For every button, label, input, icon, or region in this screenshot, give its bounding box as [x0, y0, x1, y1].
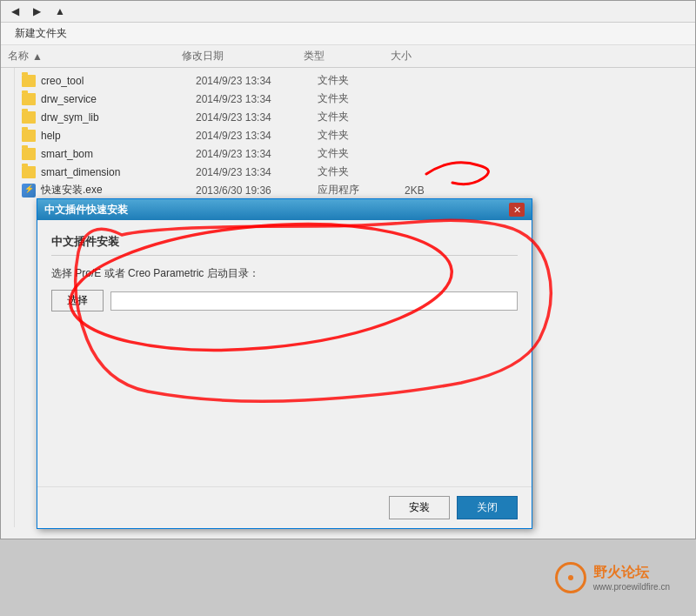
folder-icon [22, 75, 36, 87]
file-name: 快速安装.exe [41, 183, 103, 198]
branding: 野火论坛 www.proewildfire.cn [555, 562, 670, 593]
explorer-toolbar: ◀ ▶ ▲ [1, 1, 695, 23]
table-row[interactable]: drw_sym_lib 2014/9/23 13:34 文件夹 [15, 108, 695, 126]
bottom-bar: 野火论坛 www.proewildfire.cn [0, 539, 696, 616]
dialog-title: 中文插件快速安装 [44, 203, 128, 218]
new-folder-label: 新建文件夹 [15, 27, 67, 39]
file-type: 文件夹 [318, 164, 405, 179]
select-button[interactable]: 选择 [51, 290, 104, 311]
file-type: 文件夹 [318, 91, 405, 106]
file-date: 2013/6/30 19:36 [196, 184, 318, 197]
file-name: smart_bom [41, 148, 93, 160]
file-name-cell: help [22, 130, 196, 142]
file-date: 2014/9/23 13:34 [196, 166, 318, 178]
folder-icon [22, 111, 36, 124]
sort-indicator: ▲ [32, 50, 43, 63]
brand-logo [555, 562, 586, 593]
brand-text-block: 野火论坛 www.proewildfire.cn [593, 564, 670, 592]
file-name-cell: smart_dimension [22, 166, 196, 178]
col-size-label: 大小 [391, 49, 460, 64]
table-row[interactable]: smart_bom 2014/9/23 13:34 文件夹 [15, 144, 695, 163]
file-type: 应用程序 [318, 183, 405, 198]
new-folder-bar: 新建文件夹 [1, 23, 695, 45]
table-row[interactable]: drw_service 2014/9/23 13:34 文件夹 [15, 90, 695, 108]
folder-icon [22, 130, 36, 142]
table-row[interactable]: help 2014/9/23 13:34 文件夹 [15, 126, 695, 144]
file-name-cell: creo_tool [22, 75, 196, 87]
col-type-label: 类型 [304, 49, 391, 64]
file-name-cell: drw_service [22, 93, 196, 105]
file-name-cell: drw_sym_lib [22, 111, 196, 124]
toolbar-up-btn[interactable]: ▲ [51, 4, 69, 18]
dialog-label: 选择 Pro/E 或者 Creo Parametric 启动目录： [51, 266, 518, 281]
file-date: 2014/9/23 13:34 [196, 93, 318, 105]
toolbar-back-btn[interactable]: ◀ [8, 4, 23, 18]
file-type: 文件夹 [318, 73, 405, 88]
dialog-titlebar: 中文插件快速安装 ✕ [37, 199, 532, 220]
file-date: 2014/9/23 13:34 [196, 130, 318, 142]
file-type: 文件夹 [318, 110, 405, 124]
table-row[interactable]: creo_tool 2014/9/23 13:34 文件夹 [15, 71, 695, 90]
folder-icon [22, 148, 36, 160]
dialog-input-row: 选择 [51, 290, 518, 311]
file-date: 2014/9/23 13:34 [196, 148, 318, 160]
path-input[interactable] [110, 291, 518, 311]
close-button[interactable]: 关闭 [457, 496, 518, 519]
brand-url: www.proewildfire.cn [593, 582, 670, 592]
exe-icon [22, 184, 36, 198]
install-button[interactable]: 安装 [389, 496, 450, 519]
folder-icon [22, 93, 36, 105]
table-row[interactable]: 快速安装.exe 2013/6/30 19:36 应用程序 2KB [15, 181, 695, 199]
folder-icon [22, 166, 36, 178]
explorer-header: 名称 ▲ 修改日期 类型 大小 [1, 45, 695, 68]
file-name: drw_sym_lib [41, 111, 99, 124]
sidebar [1, 68, 15, 527]
dialog-footer: 安装 关闭 [37, 486, 532, 528]
col-name-label: 名称 [8, 49, 29, 64]
file-date: 2014/9/23 13:34 [196, 111, 318, 124]
file-type: 文件夹 [318, 128, 405, 143]
file-name-cell: smart_bom [22, 148, 196, 160]
file-name: drw_service [41, 93, 97, 105]
install-dialog: 中文插件快速安装 ✕ 中文插件安装 选择 Pro/E 或者 Creo Param… [37, 198, 532, 529]
file-name-cell: 快速安装.exe [22, 183, 196, 198]
file-name: creo_tool [41, 75, 84, 87]
dialog-section-title: 中文插件安装 [51, 234, 518, 256]
brand-name: 野火论坛 [593, 564, 670, 582]
file-size: 2KB [405, 184, 474, 197]
col-date-label: 修改日期 [182, 49, 304, 64]
table-row[interactable]: smart_dimension 2014/9/23 13:34 文件夹 [15, 163, 695, 181]
file-name: help [41, 130, 61, 142]
file-date: 2014/9/23 13:34 [196, 75, 318, 87]
logo-inner [568, 575, 573, 580]
dialog-body: 中文插件安装 选择 Pro/E 或者 Creo Parametric 启动目录：… [37, 220, 532, 497]
dialog-close-btn[interactable]: ✕ [509, 203, 525, 217]
file-name: smart_dimension [41, 166, 120, 178]
file-type: 文件夹 [318, 146, 405, 161]
toolbar-forward-btn[interactable]: ▶ [30, 4, 44, 18]
